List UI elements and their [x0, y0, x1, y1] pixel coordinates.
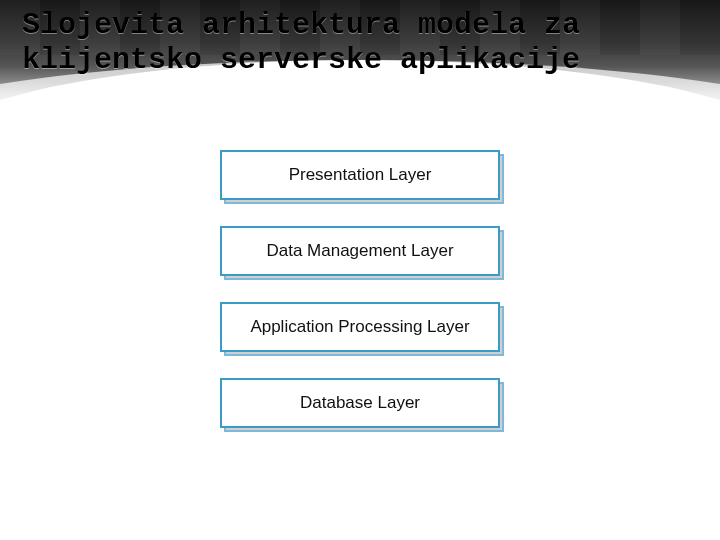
layer-label: Presentation Layer [220, 150, 500, 200]
layer-database: Database Layer [220, 378, 500, 428]
layer-presentation: Presentation Layer [220, 150, 500, 200]
layer-application-processing: Application Processing Layer [220, 302, 500, 352]
layer-data-management: Data Management Layer [220, 226, 500, 276]
layer-diagram: Presentation Layer Data Management Layer… [0, 150, 720, 428]
slide-title: Slojevita arhitektura modela za klijents… [22, 8, 698, 77]
layer-label: Database Layer [220, 378, 500, 428]
layer-label: Data Management Layer [220, 226, 500, 276]
layer-label: Application Processing Layer [220, 302, 500, 352]
